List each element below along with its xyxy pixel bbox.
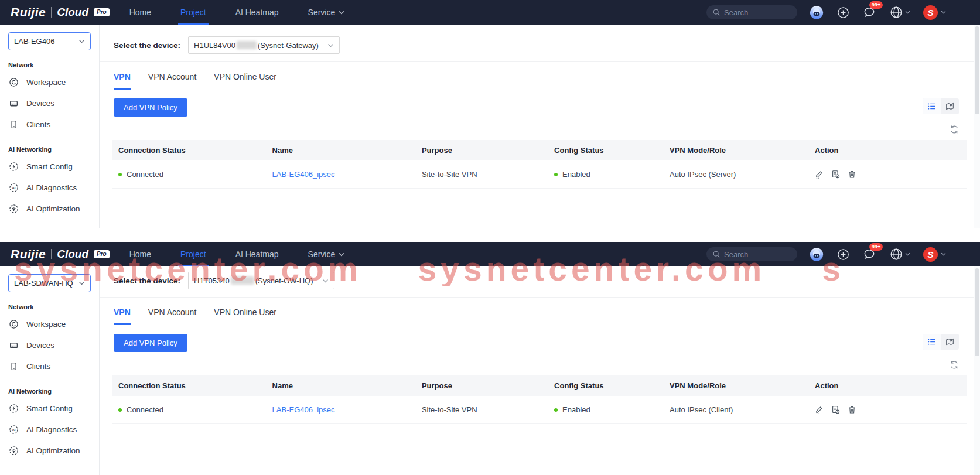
main-content: Select the device: H1UL84V00 (Sysnet-Gat… bbox=[100, 25, 980, 228]
add-vpn-policy-button[interactable]: Add VPN Policy bbox=[114, 334, 187, 352]
tab-vpn[interactable]: VPN bbox=[114, 72, 131, 90]
config-record-icon[interactable] bbox=[831, 405, 840, 414]
sidebar-item-label: Workspace bbox=[26, 78, 66, 87]
scrollbar-thumb[interactable] bbox=[975, 26, 979, 114]
sidebar-item-devices[interactable]: Devices bbox=[0, 334, 99, 356]
delete-icon[interactable] bbox=[848, 405, 856, 414]
sidebar-item-label: Clients bbox=[26, 120, 50, 129]
brand-logo[interactable]: Ruijie Cloud Pro bbox=[11, 5, 110, 19]
chevron-down-icon bbox=[78, 281, 85, 285]
sidebar-item-workspace[interactable]: Workspace bbox=[0, 313, 99, 334]
messages-badge: 99+ bbox=[869, 1, 883, 9]
toolbar: Add VPN Policy bbox=[100, 90, 980, 117]
edit-icon[interactable] bbox=[815, 405, 824, 414]
clients-icon bbox=[9, 361, 19, 371]
vpn-name-link[interactable]: LAB-EG406_ipsec bbox=[272, 170, 335, 179]
tab-vpn-online-user[interactable]: VPN Online User bbox=[214, 72, 276, 90]
ai-diagnostics-icon: AI bbox=[9, 425, 19, 435]
tab-vpn-account[interactable]: VPN Account bbox=[148, 72, 197, 90]
delete-icon[interactable] bbox=[848, 170, 856, 179]
status-dot bbox=[554, 173, 558, 176]
language-globe-icon[interactable] bbox=[889, 5, 911, 19]
main-nav: Home Project AI Heatmap Service bbox=[129, 242, 345, 266]
edit-icon[interactable] bbox=[815, 170, 824, 179]
nav-home[interactable]: Home bbox=[129, 0, 151, 25]
add-project-icon[interactable] bbox=[836, 247, 850, 261]
list-view-icon[interactable] bbox=[923, 334, 941, 350]
add-vpn-policy-button[interactable]: Add VPN Policy bbox=[114, 98, 187, 117]
search-input[interactable] bbox=[724, 8, 788, 17]
map-view-icon[interactable] bbox=[941, 98, 959, 114]
language-globe-icon[interactable] bbox=[889, 247, 911, 261]
config-record-icon[interactable] bbox=[831, 170, 840, 179]
brand-product: Cloud bbox=[57, 248, 88, 261]
network-selector[interactable]: LAB-EG406 bbox=[8, 32, 91, 50]
chevron-down-icon bbox=[941, 252, 946, 256]
sidebar-item-workspace[interactable]: Workspace bbox=[0, 71, 99, 93]
refresh-icon[interactable] bbox=[950, 360, 959, 370]
refresh-icon[interactable] bbox=[950, 125, 959, 134]
table-header-row: Connection Status Name Purpose Config St… bbox=[112, 375, 967, 396]
network-selector[interactable]: LAB-SDWAN-HQ bbox=[8, 274, 91, 292]
brand-name: Ruijie bbox=[11, 247, 46, 261]
sidebar-item-smart-config[interactable]: Smart Config bbox=[0, 156, 99, 177]
ai-assistant-icon[interactable] bbox=[810, 247, 824, 261]
table-row: Connected LAB-EG406_ipsec Site-to-Site V… bbox=[112, 160, 967, 189]
messages-icon[interactable]: 99+ bbox=[862, 5, 876, 19]
search-input[interactable] bbox=[724, 250, 788, 259]
chevron-down-icon bbox=[905, 252, 910, 256]
devices-icon bbox=[9, 98, 19, 108]
sidebar-item-label: Devices bbox=[26, 341, 54, 350]
nav-service-label: Service bbox=[308, 8, 336, 17]
scrollbar-track[interactable] bbox=[974, 266, 980, 475]
ai-assistant-icon[interactable] bbox=[810, 5, 824, 19]
sidebar-item-ai-optimization[interactable]: AI Optimization bbox=[0, 440, 99, 461]
search-box[interactable] bbox=[706, 247, 797, 261]
scrollbar-thumb[interactable] bbox=[975, 268, 979, 356]
vpn-tabs: VPN VPN Account VPN Online User bbox=[100, 298, 980, 325]
account-menu[interactable]: S bbox=[923, 5, 946, 20]
sidebar-item-clients[interactable]: Clients bbox=[0, 114, 99, 135]
add-project-icon[interactable] bbox=[836, 5, 850, 19]
nav-ai-heatmap[interactable]: AI Heatmap bbox=[235, 242, 279, 266]
sidebar-item-clients[interactable]: Clients bbox=[0, 356, 99, 377]
smart-config-icon bbox=[9, 404, 19, 414]
config-status-value: Enabled bbox=[562, 170, 590, 179]
scrollbar-track[interactable] bbox=[974, 25, 980, 228]
table-header-row: Connection Status Name Purpose Config St… bbox=[112, 140, 967, 160]
nav-project[interactable]: Project bbox=[180, 0, 206, 25]
pro-badge: Pro bbox=[94, 250, 110, 258]
tab-vpn-online-user[interactable]: VPN Online User bbox=[214, 307, 276, 325]
row-actions bbox=[815, 405, 961, 414]
sidebar-item-ai-diagnostics[interactable]: AI AI Diagnostics bbox=[0, 177, 99, 198]
nav-project[interactable]: Project bbox=[180, 242, 206, 266]
sidebar-item-ai-optimization[interactable]: AI Optimization bbox=[0, 198, 99, 219]
nav-home[interactable]: Home bbox=[129, 242, 151, 266]
nav-home-label: Home bbox=[129, 8, 151, 17]
tab-vpn[interactable]: VPN bbox=[114, 307, 131, 325]
device-select-dropdown[interactable]: H1T05340 (Sysnet-GW-HQ) bbox=[188, 272, 334, 289]
svg-text:AI: AI bbox=[12, 186, 16, 189]
table-row: Connected LAB-EG406_ipsec Site-to-Site V… bbox=[112, 396, 967, 424]
search-box[interactable] bbox=[706, 5, 797, 19]
brand-logo[interactable]: Ruijie Cloud Pro bbox=[11, 247, 110, 261]
sidebar-item-ai-diagnostics[interactable]: AI AI Diagnostics bbox=[0, 419, 99, 440]
header-actions: 99+ S bbox=[706, 5, 980, 20]
tab-vpn-account[interactable]: VPN Account bbox=[148, 307, 197, 325]
device-select-dropdown[interactable]: H1UL84V00 (Sysnet-Gateway) bbox=[188, 36, 340, 54]
sidebar-item-smart-config[interactable]: Smart Config bbox=[0, 398, 99, 419]
sidebar-group-label: AI Networking bbox=[8, 388, 91, 395]
messages-icon[interactable]: 99+ bbox=[862, 247, 876, 261]
device-select-label: Select the device: bbox=[114, 41, 180, 50]
nav-ai-heatmap[interactable]: AI Heatmap bbox=[235, 0, 279, 25]
nav-service[interactable]: Service bbox=[308, 0, 345, 25]
list-view-icon[interactable] bbox=[923, 98, 941, 114]
brand-product: Cloud bbox=[57, 6, 88, 19]
vpn-name-link[interactable]: LAB-EG406_ipsec bbox=[272, 405, 335, 414]
account-menu[interactable]: S bbox=[923, 247, 946, 262]
col-vpn-mode-role: VPN Mode/Role bbox=[664, 375, 809, 396]
purpose-value: Site-to-Site VPN bbox=[416, 160, 548, 189]
sidebar-item-devices[interactable]: Devices bbox=[0, 93, 99, 114]
map-view-icon[interactable] bbox=[941, 334, 959, 350]
nav-service[interactable]: Service bbox=[308, 242, 345, 266]
